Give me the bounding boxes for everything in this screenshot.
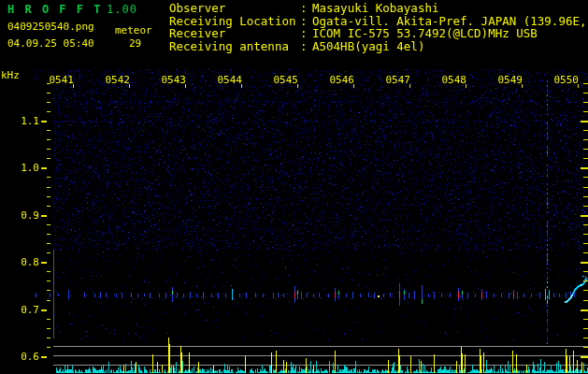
info-value: A504HB(yagi 4el)	[312, 40, 424, 53]
freq-tick-label: 0.8	[0, 256, 39, 268]
echo-count: 29	[129, 37, 141, 50]
info-colon: :	[300, 15, 312, 28]
info-label: Receiver	[169, 27, 300, 40]
info-value: ICOM IC-575 53.7492(@LCD)MHz USB	[312, 27, 538, 40]
observer-info: Observer:Masayuki KobayashiReceiving Loc…	[169, 2, 588, 52]
freq-tick-label: 1.0	[0, 162, 39, 174]
info-colon: :	[300, 27, 312, 40]
time-tick-label: 0548	[438, 74, 466, 86]
freq-unit-label: kHz	[1, 69, 20, 81]
app-title: H R O F F T	[7, 3, 102, 16]
time-tick-label: 0541	[46, 74, 74, 86]
time-tick-label: 0547	[382, 74, 410, 86]
time-tick-label: 0550	[551, 74, 579, 86]
observation-mode: meteor	[115, 24, 152, 36]
time-tick-label: 0542	[102, 74, 130, 86]
info-label: Observer	[169, 2, 300, 15]
info-row: Receiving Location:Ogata-vill. Akita-Pre…	[169, 15, 588, 28]
time-tick-label: 0543	[158, 74, 186, 86]
info-value: Masayuki Kobayashi	[312, 2, 438, 15]
freq-tick-label: 0.9	[0, 209, 39, 222]
time-tick-label: 0545	[270, 74, 298, 86]
freq-tick-label: 0.7	[0, 304, 39, 316]
info-row: Receiving antenna:A504HB(yagi 4el)	[169, 40, 588, 53]
time-tick-label: 0549	[495, 74, 523, 86]
info-label: Receiving Location	[169, 15, 300, 28]
spectrogram-canvas	[0, 0, 588, 374]
freq-tick-label: 0.6	[0, 351, 39, 363]
info-row: Observer:Masayuki Kobayashi	[169, 2, 588, 15]
time-tick-label: 0546	[326, 74, 354, 86]
info-value: Ogata-vill. Akita-Pref. JAPAN (139.96E, …	[312, 15, 588, 28]
info-row: Receiver:ICOM IC-575 53.7492(@LCD)MHz US…	[169, 27, 588, 40]
info-label: Receiving antenna	[169, 40, 300, 53]
time-tick-label: 0544	[214, 74, 242, 86]
info-colon: :	[300, 2, 312, 15]
observation-datetime: 04.09.25 05:40	[7, 37, 94, 50]
freq-tick-label: 1.1	[0, 115, 39, 127]
app-version: 1.00	[107, 3, 137, 16]
info-colon: :	[300, 40, 312, 53]
filename: 0409250540.png	[7, 21, 94, 33]
hrofft-window: H R O F F T 1.00 0409250540.png meteor 0…	[0, 0, 588, 374]
